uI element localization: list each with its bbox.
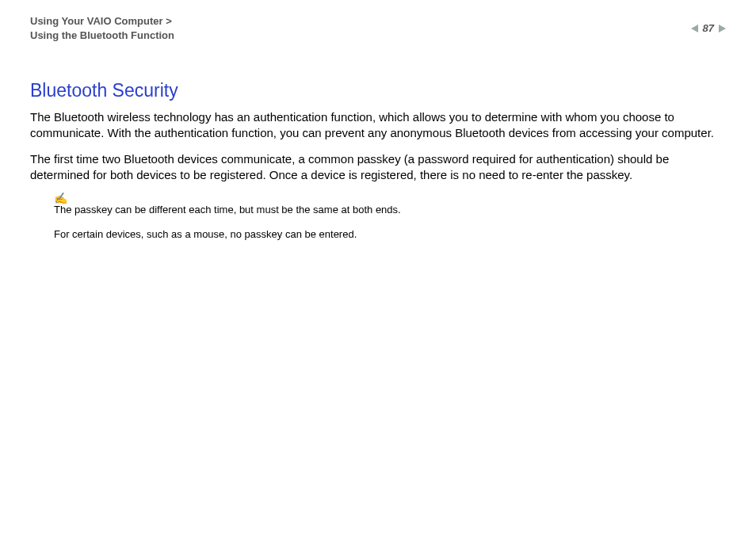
- body-paragraph-1: The Bluetooth wireless technology has an…: [30, 109, 726, 142]
- page-content: Bluetooth Security The Bluetooth wireles…: [30, 80, 726, 242]
- breadcrumb-line-2: Using the Bluetooth Function: [30, 29, 174, 43]
- note-text-2: For certain devices, such as a mouse, no…: [54, 228, 726, 242]
- page-header: Using Your VAIO Computer > Using the Blu…: [30, 14, 726, 42]
- breadcrumb: Using Your VAIO Computer > Using the Blu…: [30, 14, 174, 42]
- note-text-1: The passkey can be different each time, …: [54, 204, 726, 217]
- page-number: 87: [703, 22, 714, 34]
- breadcrumb-line-1: Using Your VAIO Computer >: [30, 14, 174, 29]
- note-block: ✍ The passkey can be different each time…: [54, 193, 726, 242]
- prev-page-icon[interactable]: [691, 25, 698, 32]
- note-icon: ✍: [54, 193, 726, 204]
- page-navigation: 87: [691, 22, 726, 34]
- body-paragraph-2: The first time two Bluetooth devices com…: [30, 151, 726, 184]
- next-page-icon[interactable]: [719, 25, 726, 32]
- section-title: Bluetooth Security: [30, 80, 726, 101]
